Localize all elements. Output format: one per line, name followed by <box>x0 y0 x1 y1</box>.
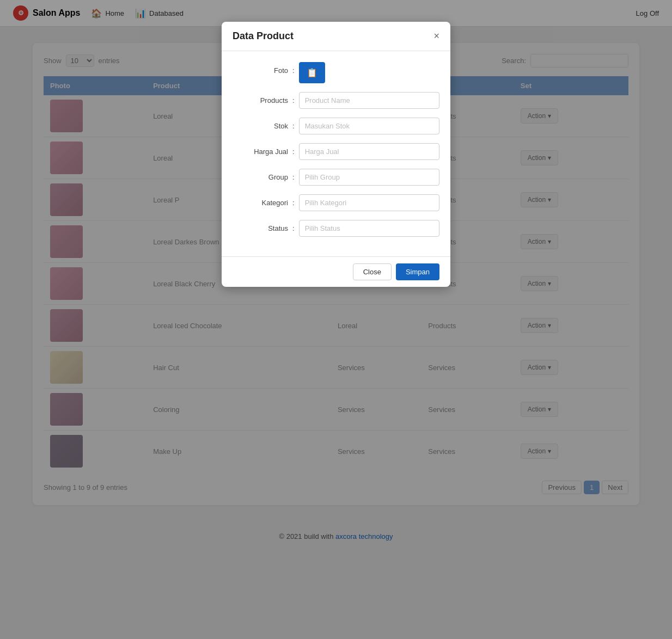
status-label: Status <box>233 220 292 232</box>
products-label: Products <box>233 92 292 105</box>
harga-jual-label: Harga Jual <box>233 143 292 156</box>
modal-overlay[interactable]: Data Product × Foto : 📋 Products : Stok <box>0 0 672 639</box>
kategori-colon: : <box>292 194 295 207</box>
form-row-group: Group : <box>233 169 439 186</box>
group-colon: : <box>292 169 295 181</box>
form-row-foto: Foto : 📋 <box>233 62 439 83</box>
group-input[interactable] <box>299 169 439 186</box>
data-product-modal: Data Product × Foto : 📋 Products : Stok <box>222 22 450 287</box>
foto-colon: : <box>292 62 295 75</box>
foto-upload-button[interactable]: 📋 <box>299 62 325 83</box>
status-input[interactable] <box>299 220 439 237</box>
stok-label: Stok <box>233 118 292 130</box>
group-label: Group <box>233 169 292 181</box>
form-row-stok: Stok : <box>233 118 439 134</box>
kategori-label: Kategori <box>233 194 292 207</box>
modal-title: Data Product <box>233 30 294 42</box>
upload-icon: 📋 <box>307 67 317 78</box>
modal-body: Foto : 📋 Products : Stok : Harga Jual <box>222 51 450 256</box>
foto-label: Foto <box>233 62 292 75</box>
stok-input[interactable] <box>299 118 439 134</box>
status-colon: : <box>292 220 295 232</box>
modal-footer: Close Simpan <box>222 256 450 287</box>
form-row-kategori: Kategori : <box>233 194 439 211</box>
harga-jual-colon: : <box>292 143 295 156</box>
harga-jual-input[interactable] <box>299 143 439 160</box>
modal-header: Data Product × <box>222 22 450 51</box>
products-colon: : <box>292 92 295 105</box>
form-row-status: Status : <box>233 220 439 237</box>
modal-close-x-button[interactable]: × <box>433 30 439 42</box>
simpan-button[interactable]: Simpan <box>396 263 439 280</box>
form-row-harga-jual: Harga Jual : <box>233 143 439 160</box>
products-input[interactable] <box>299 92 439 109</box>
stok-colon: : <box>292 118 295 130</box>
form-row-products: Products : <box>233 92 439 109</box>
kategori-input[interactable] <box>299 194 439 211</box>
close-button[interactable]: Close <box>353 263 392 280</box>
